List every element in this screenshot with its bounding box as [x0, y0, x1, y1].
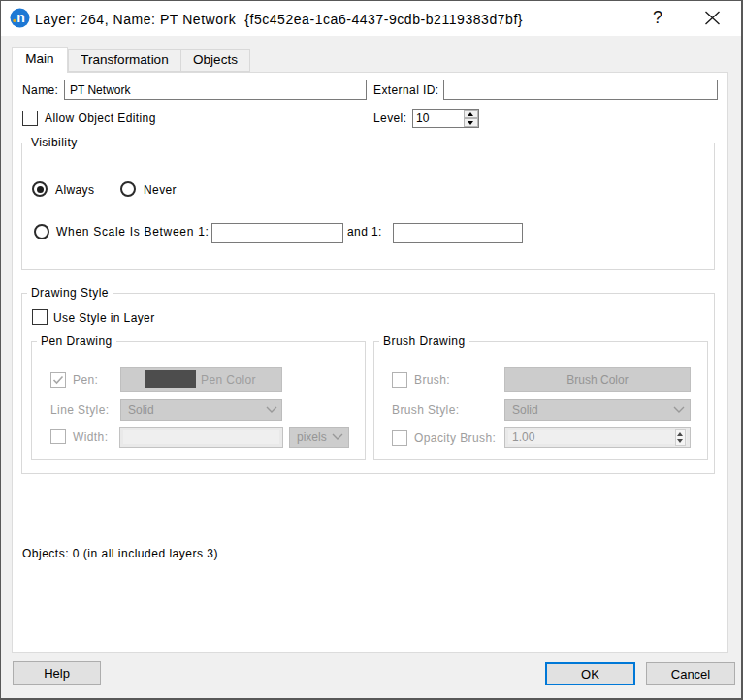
svg-text:n: n — [16, 10, 25, 25]
